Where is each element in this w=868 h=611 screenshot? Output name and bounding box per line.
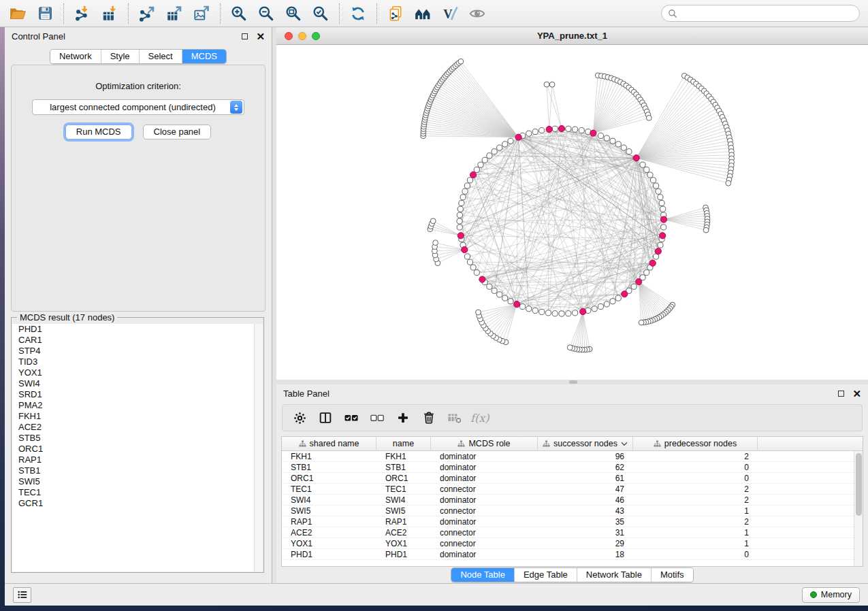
cell-successor-nodes[interactable]: 46 (538, 495, 633, 505)
save-icon[interactable] (31, 2, 59, 25)
cell-successor-nodes[interactable]: 47 (538, 484, 633, 494)
criterion-dropdown[interactable]: largest connected component (undirected) (32, 99, 244, 115)
cell-predecessor-nodes[interactable]: 0 (633, 463, 758, 472)
tab-select[interactable]: Select (139, 50, 182, 63)
cell-shared-name[interactable]: STB1 (282, 463, 376, 472)
export-image-icon[interactable] (188, 2, 215, 25)
mcds-result-item[interactable]: STB5 (12, 433, 263, 444)
cell-predecessor-nodes[interactable]: 2 (633, 517, 758, 527)
export-network-icon[interactable] (133, 2, 161, 25)
cell-mcds-role[interactable]: dominator (431, 550, 538, 559)
tab-style[interactable]: Style (101, 50, 139, 63)
mcds-result-list[interactable]: PHD1CAR1STP4TID3YOX1SWI4SRD1PMA2FKH1ACE2… (12, 324, 263, 572)
table-row[interactable]: TEC1TEC1connector472 (282, 484, 863, 495)
mcds-result-item[interactable]: YOX1 (12, 367, 263, 378)
cell-shared-name[interactable]: PHD1 (282, 550, 376, 559)
mcds-result-item[interactable]: CAR1 (12, 335, 263, 346)
search-input[interactable] (681, 8, 853, 18)
import-network-icon[interactable] (69, 2, 96, 25)
mcds-result-item[interactable]: PMA2 (12, 400, 263, 411)
cell-mcds-role[interactable]: dominator (431, 452, 538, 461)
cell-successor-nodes[interactable]: 62 (538, 463, 633, 472)
cell-mcds-role[interactable]: connector (431, 528, 538, 538)
open-folder-icon[interactable] (4, 2, 31, 25)
cell-successor-nodes[interactable]: 18 (538, 550, 633, 559)
table-row[interactable]: ORC1ORC1dominator610 (282, 473, 863, 484)
cell-shared-name[interactable]: FKH1 (282, 452, 376, 461)
mcds-result-item[interactable]: FKH1 (12, 411, 263, 422)
list-scrollbar[interactable] (254, 324, 263, 572)
column-header-predecessor-nodes[interactable]: predecessor nodes (633, 437, 758, 450)
float-table-panel-icon[interactable] (838, 391, 844, 397)
splitter-grip[interactable] (569, 380, 577, 384)
cell-predecessor-nodes[interactable]: 0 (633, 474, 758, 483)
cell-mcds-role[interactable]: connector (431, 506, 538, 516)
zoom-selected-icon[interactable] (307, 2, 334, 25)
cell-shared-name[interactable]: RAP1 (282, 517, 376, 527)
mcds-result-item[interactable]: RAP1 (12, 455, 263, 465)
cell-mcds-role[interactable]: connector (431, 539, 538, 548)
cell-name[interactable]: PHD1 (376, 550, 431, 559)
tab-network-table[interactable]: Network Table (577, 568, 651, 582)
cell-name[interactable]: SWI5 (376, 506, 431, 516)
table-row[interactable]: FKH1FKH1dominator962 (282, 451, 863, 462)
function-builder-icon[interactable]: f(x) (468, 406, 494, 429)
show-column-panel-icon[interactable] (312, 406, 338, 429)
memory-button[interactable]: Memory (802, 587, 860, 603)
mcds-result-item[interactable]: GCR1 (12, 498, 263, 509)
table-row[interactable]: YOX1YOX1connector291 (282, 538, 863, 549)
delete-table-icon[interactable] (442, 406, 468, 429)
tab-network[interactable]: Network (50, 50, 101, 63)
cell-predecessor-nodes[interactable]: 1 (633, 506, 758, 516)
cell-name[interactable]: TEC1 (376, 484, 431, 494)
tab-motifs[interactable]: Motifs (651, 568, 693, 582)
mcds-result-item[interactable]: TID3 (12, 357, 263, 367)
cell-name[interactable]: STB1 (376, 463, 431, 472)
cell-mcds-role[interactable]: dominator (431, 495, 538, 505)
task-history-button[interactable] (13, 587, 31, 603)
select-all-columns-icon[interactable] (338, 406, 364, 429)
table-row[interactable]: ACE2ACE2connector311 (282, 527, 863, 538)
cell-predecessor-nodes[interactable]: 2 (633, 484, 758, 494)
cell-name[interactable]: RAP1 (376, 517, 431, 527)
export-table-icon[interactable] (161, 2, 188, 25)
column-header-successor-nodes[interactable]: successor nodes (538, 437, 633, 450)
cell-name[interactable]: ORC1 (376, 474, 431, 483)
column-header-name[interactable]: name (376, 437, 431, 450)
cell-successor-nodes[interactable]: 96 (538, 452, 633, 461)
cell-predecessor-nodes[interactable]: 1 (633, 539, 758, 548)
create-column-plus-icon[interactable] (390, 406, 416, 429)
mcds-result-item[interactable]: TEC1 (12, 487, 263, 498)
cell-shared-name[interactable]: SWI5 (282, 506, 376, 516)
cell-shared-name[interactable]: YOX1 (282, 539, 376, 548)
mcds-result-item[interactable]: STB1 (12, 465, 263, 476)
mcds-result-item[interactable]: SWI5 (12, 476, 263, 487)
cell-name[interactable]: YOX1 (376, 539, 431, 548)
zoom-fit-icon[interactable] (280, 2, 307, 25)
table-scrollbar-thumb[interactable] (856, 453, 862, 516)
table-row[interactable]: SWI5SWI5connector431 (282, 506, 863, 516)
close-panel-icon[interactable]: ✕ (256, 33, 265, 39)
table-row[interactable]: RAP1RAP1dominator352 (282, 516, 863, 527)
zoom-in-icon[interactable] (225, 2, 253, 25)
table-settings-gear-icon[interactable] (287, 406, 312, 429)
float-panel-icon[interactable] (242, 33, 248, 39)
cell-successor-nodes[interactable]: 43 (538, 506, 633, 516)
cell-successor-nodes[interactable]: 31 (538, 528, 633, 538)
search-field[interactable] (661, 5, 860, 22)
mcds-result-item[interactable]: SRD1 (12, 389, 263, 400)
column-header-MCDS-role[interactable]: MCDS role (431, 437, 538, 450)
table-row[interactable]: PHD1PHD1dominator180 (282, 549, 863, 560)
open-network-file-icon[interactable] (382, 2, 409, 25)
table-row[interactable]: SWI4SWI4dominator462 (282, 495, 863, 506)
column-header-shared-name[interactable]: shared name (282, 437, 376, 450)
cell-successor-nodes[interactable]: 35 (538, 517, 633, 527)
cell-predecessor-nodes[interactable]: 2 (633, 452, 758, 461)
cell-mcds-role[interactable]: connector (431, 484, 538, 494)
mcds-result-item[interactable]: ACE2 (12, 422, 263, 433)
eye-icon[interactable] (464, 2, 491, 25)
zoom-out-icon[interactable] (253, 2, 280, 25)
cell-mcds-role[interactable]: dominator (431, 463, 538, 472)
cell-shared-name[interactable]: ORC1 (282, 474, 376, 483)
cell-mcds-role[interactable]: dominator (431, 474, 538, 483)
